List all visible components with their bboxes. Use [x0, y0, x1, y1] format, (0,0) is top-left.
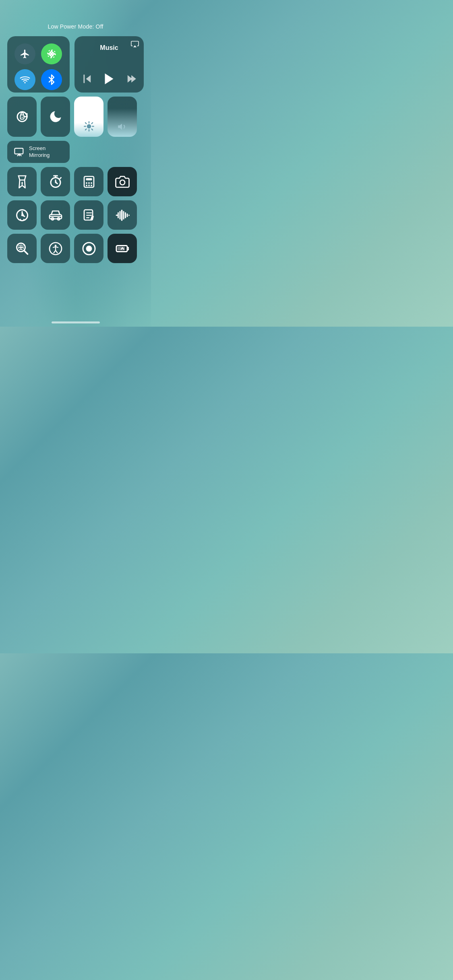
clock-icon [15, 208, 29, 222]
low-power-banner: Low Power Mode: Off [0, 23, 151, 30]
svg-point-30 [88, 182, 90, 184]
cellular-button[interactable] [41, 43, 62, 64]
svg-point-32 [86, 185, 87, 186]
svg-point-35 [120, 180, 125, 185]
clock-button[interactable] [7, 200, 37, 230]
wifi-icon [20, 74, 30, 85]
svg-rect-28 [86, 178, 92, 180]
svg-marker-7 [105, 74, 114, 84]
airplay-icon [131, 40, 139, 48]
app-row-3 [7, 234, 144, 263]
svg-line-16 [85, 123, 86, 124]
magnifier-icon [15, 241, 29, 256]
svg-point-62 [86, 245, 92, 251]
brightness-slider[interactable] [74, 97, 103, 137]
svg-point-13 [87, 124, 91, 128]
calculator-icon [82, 175, 96, 189]
play-button[interactable] [102, 72, 116, 86]
voice-memos-icon [115, 208, 130, 222]
connectivity-panel [7, 36, 70, 93]
brightness-icon [83, 121, 95, 132]
do-not-disturb-button[interactable] [41, 97, 70, 137]
flashlight-icon [15, 175, 29, 189]
svg-line-21 [91, 123, 92, 124]
svg-line-56 [24, 250, 27, 254]
magnifier-button[interactable] [7, 234, 37, 263]
music-controls [82, 72, 137, 86]
volume-slider[interactable] [108, 97, 137, 137]
notes-icon [82, 208, 96, 222]
voice-memos-button[interactable] [108, 200, 137, 230]
carplay-button[interactable] [41, 200, 70, 230]
screen-mirroring-icon [14, 146, 25, 158]
airplane-icon [20, 49, 30, 59]
svg-marker-9 [131, 75, 136, 83]
music-title: Music [100, 44, 118, 51]
cellular-icon [46, 49, 57, 59]
timer-button[interactable] [41, 167, 70, 196]
moon-icon [48, 109, 63, 124]
svg-point-29 [86, 182, 87, 184]
svg-point-3 [24, 82, 25, 83]
row-small-controls [7, 97, 144, 137]
svg-point-33 [88, 185, 90, 186]
app-row-2 [7, 200, 144, 230]
svg-point-60 [54, 245, 56, 247]
svg-marker-5 [86, 75, 91, 83]
camera-button[interactable] [108, 167, 137, 196]
camera-icon [115, 175, 130, 189]
flashlight-button[interactable] [7, 167, 37, 196]
car-icon [48, 208, 63, 222]
row-connectivity-music: Music [7, 36, 144, 93]
airplay-button[interactable] [131, 40, 139, 50]
svg-line-17 [91, 129, 92, 130]
svg-rect-12 [21, 117, 23, 118]
volume-icon [117, 121, 128, 132]
row-screen-mirroring: Screen Mirroring [7, 141, 144, 163]
accessibility-button[interactable] [41, 234, 70, 263]
svg-rect-23 [14, 148, 23, 154]
rewind-button[interactable] [82, 73, 93, 84]
svg-marker-4 [133, 45, 137, 47]
svg-point-31 [91, 182, 92, 184]
notes-button[interactable] [74, 200, 103, 230]
battery-icon [115, 241, 130, 256]
bluetooth-button[interactable] [41, 69, 62, 90]
airplane-mode-button[interactable] [14, 43, 35, 64]
rotation-lock-button[interactable] [7, 97, 37, 137]
app-row-1 [7, 167, 144, 196]
calculator-button[interactable] [74, 167, 103, 196]
svg-marker-22 [118, 124, 122, 130]
screen-mirroring-label: Screen Mirroring [29, 145, 63, 159]
low-power-mode-button[interactable] [108, 234, 137, 263]
svg-point-34 [91, 185, 92, 186]
svg-line-20 [85, 129, 86, 130]
bluetooth-icon [46, 74, 57, 85]
svg-point-37 [21, 214, 23, 216]
fast-forward-button[interactable] [125, 73, 137, 84]
screen-recording-button[interactable] [74, 234, 103, 263]
control-center: Music [0, 36, 151, 267]
rotation-lock-icon [15, 109, 29, 124]
home-indicator [52, 321, 100, 323]
timer-icon [48, 175, 63, 189]
screen-recording-icon [82, 241, 96, 256]
music-panel[interactable]: Music [74, 36, 144, 93]
wifi-button[interactable] [14, 69, 35, 90]
screen-mirroring-button[interactable]: Screen Mirroring [7, 141, 70, 163]
accessibility-icon [48, 241, 63, 256]
